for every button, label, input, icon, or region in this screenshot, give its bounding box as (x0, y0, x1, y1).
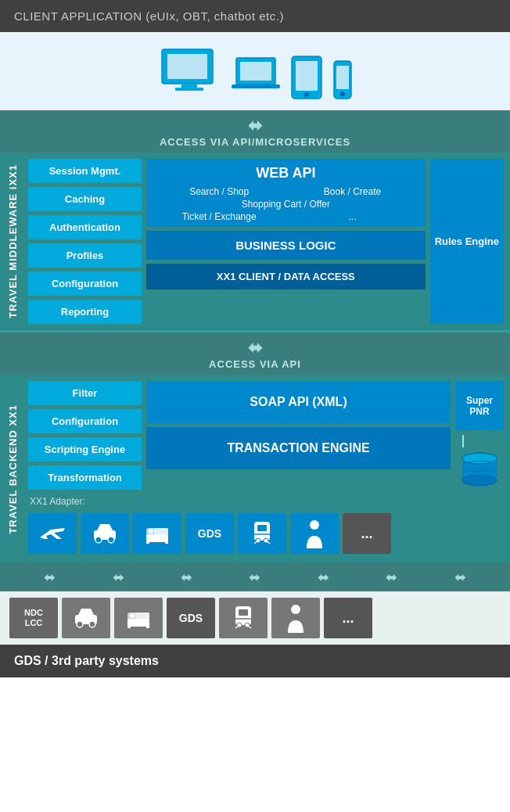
middleware-middle-col: WEB API Search / Shop Book / Create Shop… (146, 159, 426, 324)
svg-rect-2 (181, 84, 197, 88)
transaction-engine-box: TRANSACTION ENGINE (146, 427, 451, 469)
plug-5: ⬌ (318, 569, 329, 586)
middleware-vertical-label-container: TRAVEL MIDDLEWARE iXX1 (0, 153, 25, 330)
soap-api-box: SOAP API (XML) (146, 381, 451, 423)
svg-rect-47 (239, 609, 248, 616)
svg-point-9 (304, 92, 309, 97)
adapter-person-box (290, 513, 339, 554)
svg-rect-24 (146, 539, 149, 544)
plug-icon-1: ⬌ (248, 116, 263, 136)
svg-rect-25 (165, 539, 168, 544)
link-book-create: Book / Create (287, 186, 417, 197)
monitor-icon (158, 45, 221, 100)
access-text-1: ACCESS VIA API/MICROSERVICES (160, 136, 350, 148)
middleware-content: Session Mgmt. Caching Authentication Pro… (25, 153, 510, 330)
svg-rect-3 (175, 88, 203, 91)
scripting-engine-box: Scripting Engine (28, 437, 142, 462)
web-api-links: Search / Shop Book / Create Shopping Car… (151, 185, 421, 224)
svg-point-12 (340, 92, 345, 96)
adapter-hotel-box (133, 513, 181, 554)
pnr-db-icon (459, 435, 500, 490)
database-icon (459, 451, 500, 490)
svg-rect-6 (232, 84, 280, 88)
airplane-icon (38, 522, 66, 545)
gds-adapter-label: GDS (198, 527, 221, 540)
backend-top-row: Filter Configuration Scripting Engine Tr… (28, 381, 504, 490)
svg-point-36 (310, 520, 319, 530)
link-ticket-exchange: Ticket / Exchange (154, 211, 284, 222)
pnr-connector-line (459, 435, 467, 447)
middleware-left-col: Session Mgmt. Caching Authentication Pro… (28, 159, 142, 324)
adapter-gds-box: GDS (185, 513, 234, 554)
transformation-box: Transformation (28, 465, 142, 490)
plug-2: ⬌ (113, 569, 124, 586)
link-search-shop: Search / Shop (154, 186, 284, 197)
caching-box: Caching (28, 187, 142, 211)
profiles-box: Profiles (28, 243, 142, 268)
svg-point-53 (291, 605, 300, 614)
adapter-air-box (28, 513, 77, 554)
plug-6: ⬌ (386, 569, 397, 586)
filter-box: Filter (28, 381, 142, 405)
svg-point-38 (77, 621, 83, 627)
header-subtitle: (eUIx, OBT, chatbot etc.) (142, 9, 284, 23)
svg-rect-30 (257, 525, 267, 531)
business-logic-box: BUSINESS LOGIC (146, 231, 426, 260)
backend-content: Filter Configuration Scripting Engine Tr… (25, 375, 510, 563)
authentication-box: Authentication (28, 215, 142, 239)
access-text-2: ACCESS VIA API (209, 358, 301, 370)
svg-rect-5 (240, 62, 271, 81)
web-api-box: WEB API Search / Shop Book / Create Shop… (146, 159, 426, 227)
plug-3: ⬌ (181, 569, 192, 586)
backend-config-box: Configuration (28, 409, 142, 433)
tablet-icon (290, 55, 323, 100)
web-api-title: WEB API (151, 165, 421, 181)
footer-label: GDS / 3rd party systems (14, 654, 159, 667)
configuration-box: Configuration (28, 271, 142, 296)
backend-vertical-label-container: TRAVEL BACKEND XX1 (0, 375, 25, 563)
person-icon (304, 519, 325, 548)
backend-middle-col: SOAP API (XML) TRANSACTION ENGINE (146, 381, 451, 490)
client-app-header: CLIENT APPLICATION (eUIx, OBT, chatbot e… (0, 0, 510, 32)
plug-1: ⬌ (44, 569, 56, 586)
bottom-bed-icon (124, 606, 153, 630)
backend-left-col: Filter Configuration Scripting Engine Tr… (28, 381, 142, 490)
ndc-lcc-box: NDCLCC (9, 598, 58, 638)
laptop-icon (230, 53, 281, 100)
svg-rect-1 (167, 54, 207, 79)
plug-7: ⬌ (454, 569, 466, 586)
svg-point-16 (462, 475, 497, 486)
access-banner-2: ⬌ ACCESS VIA API (0, 332, 510, 375)
rules-engine-box: Rules Engine (430, 159, 504, 324)
svg-rect-11 (336, 66, 349, 89)
middleware-right-col: Rules Engine (430, 159, 504, 324)
bed-icon (143, 522, 171, 545)
svg-point-21 (95, 537, 102, 543)
svg-rect-8 (296, 61, 318, 91)
data-access-box: XX1 CLIENT / DATA ACCESS (146, 264, 426, 289)
header-title: CLIENT APPLICATION (14, 9, 142, 23)
svg-rect-42 (146, 623, 149, 628)
bottom-more-box: ... (324, 598, 372, 638)
bottom-car-box (62, 598, 110, 638)
ndc-lcc-label: NDCLCC (24, 608, 43, 628)
middleware-vertical-label: TRAVEL MIDDLEWARE iXX1 (2, 156, 23, 326)
bottom-car-icon (72, 607, 100, 629)
access-banner-1: ⬌ ACCESS VIA API/MICROSERVICES (0, 110, 510, 153)
bottom-gds-label: GDS (179, 612, 203, 624)
svg-rect-45 (135, 613, 149, 619)
bottom-person-box (271, 598, 320, 638)
backend-vertical-label: TRAVEL BACKEND XX1 (2, 397, 23, 542)
svg-point-27 (149, 529, 153, 534)
svg-rect-41 (128, 623, 131, 628)
reporting-box: Reporting (28, 300, 142, 324)
adapter-icons-row: GDS (28, 513, 504, 557)
svg-point-22 (108, 537, 114, 543)
device-area (0, 32, 510, 110)
bottom-train-icon (232, 605, 255, 631)
svg-point-39 (89, 621, 95, 627)
car-icon (91, 523, 119, 544)
super-pnr-box: Super PNR (455, 381, 504, 430)
adapter-label: XX1 Adapter: (28, 494, 504, 508)
adapter-rail-box (238, 513, 286, 554)
